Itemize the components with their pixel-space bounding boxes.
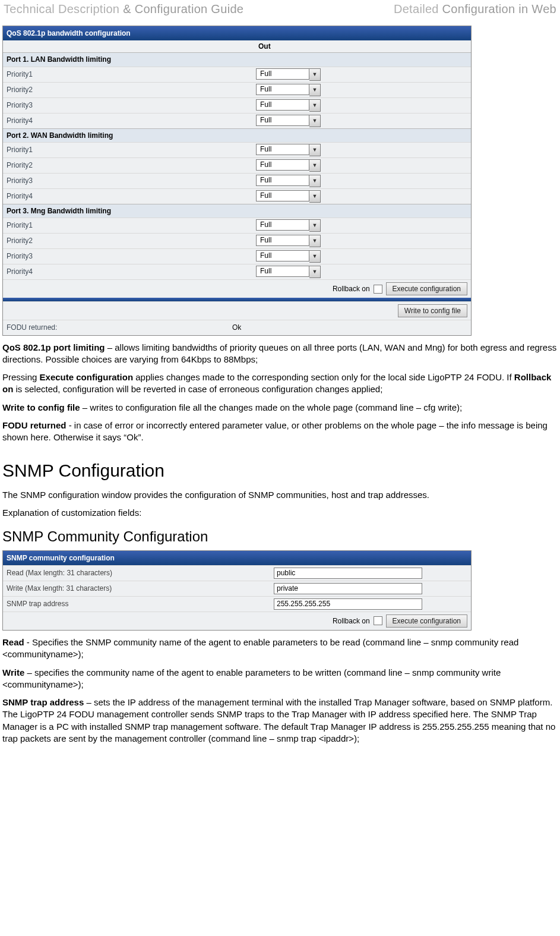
select-value: Full <box>256 175 309 186</box>
header-right-b: Configuration in Web <box>442 2 556 15</box>
port3-priority1-label: Priority1 <box>7 220 256 230</box>
select-value: Full <box>256 99 309 111</box>
chevron-down-icon[interactable]: ▼ <box>309 235 321 247</box>
snmp-community-table: SNMP community configuration Read (Max l… <box>2 550 472 631</box>
execute-config-button[interactable]: Execute configuration <box>386 614 467 628</box>
snmp-write-input[interactable] <box>274 583 422 594</box>
select-value: Full <box>256 190 309 201</box>
select-value: Full <box>256 250 309 261</box>
port3-header: Port 3. Mng Bandwidth limiting <box>3 204 471 218</box>
rollback-label: Rollback on <box>333 284 370 294</box>
chevron-down-icon[interactable]: ▼ <box>309 99 321 112</box>
port1-priority4-select[interactable]: Full▼ <box>256 115 321 127</box>
port2-header: Port 2. WAN Bandwidth limiting <box>3 128 471 142</box>
rollback-checkbox[interactable] <box>374 285 382 294</box>
chevron-down-icon[interactable]: ▼ <box>309 144 321 156</box>
port3-priority3-label: Priority3 <box>7 251 256 261</box>
snmp-config-heading: SNMP Configuration <box>2 459 558 483</box>
select-value: Full <box>256 144 309 155</box>
snmp-write-label: Write (Max length: 31 characters) <box>7 584 274 593</box>
port2-priority3-select[interactable]: Full▼ <box>256 175 321 187</box>
para-qos-limiting: QoS 802.1p port limiting – allows limiti… <box>2 342 558 366</box>
port3-priority4-label: Priority4 <box>7 267 256 276</box>
select-value: Full <box>256 115 309 126</box>
select-value: Full <box>256 84 309 95</box>
rollback-label: Rollback on <box>333 616 370 626</box>
bold: SNMP trap address <box>2 697 84 707</box>
chevron-down-icon[interactable]: ▼ <box>309 219 321 232</box>
port3-priority4-select[interactable]: Full▼ <box>256 266 321 278</box>
qos-actions: Rollback on Execute configuration <box>3 279 471 298</box>
port2-priority2-select[interactable]: Full▼ <box>256 159 321 172</box>
select-value: Full <box>256 219 309 231</box>
select-value: Full <box>256 68 309 80</box>
chevron-down-icon[interactable]: ▼ <box>309 175 321 187</box>
port2-priority2-label: Priority2 <box>7 160 256 170</box>
bold: Read <box>2 637 24 647</box>
port1-priority3-label: Priority3 <box>7 100 256 110</box>
bold: QoS 802.1p port limiting <box>2 342 105 352</box>
chevron-down-icon[interactable]: ▼ <box>309 190 321 203</box>
chevron-down-icon[interactable]: ▼ <box>309 266 321 278</box>
page-header: Technical Description & Configuration Gu… <box>2 0 558 26</box>
bold: FODU returned <box>2 420 67 430</box>
chevron-down-icon[interactable]: ▼ <box>309 68 321 81</box>
out-row: Out <box>3 40 471 52</box>
para-execute: Pressing Execute configuration applies c… <box>2 371 558 396</box>
port2-priority3-label: Priority3 <box>7 176 256 185</box>
snmp-read-input[interactable] <box>274 568 422 579</box>
qos-title: QoS 802.1p bandwidth configuration <box>3 26 471 40</box>
text: - in case of error or incorrectly entere… <box>2 420 548 442</box>
text: - Specifies the SNMP community name of t… <box>2 637 518 659</box>
fodu-label: FODU returned: <box>7 323 232 332</box>
port1-header: Port 1. LAN Bandwidth limiting <box>3 52 471 66</box>
chevron-down-icon[interactable]: ▼ <box>309 159 321 172</box>
select-value: Full <box>256 159 309 171</box>
port1-priority2-label: Priority2 <box>7 85 256 94</box>
out-label: Out <box>256 42 467 51</box>
bold: Write <box>2 667 24 677</box>
snmp-trap-input[interactable] <box>274 598 422 610</box>
port3-priority2-select[interactable]: Full▼ <box>256 235 321 247</box>
qos-write-actions: Write to config file <box>3 301 471 320</box>
port2-priority4-label: Priority4 <box>7 191 256 201</box>
chevron-down-icon[interactable]: ▼ <box>309 250 321 263</box>
select-value: Full <box>256 266 309 277</box>
para-write2: Write – specifies the community name of … <box>2 667 558 691</box>
snmp-read-label: Read (Max length: 31 characters) <box>7 568 274 578</box>
header-right-a: Detailed <box>394 2 442 15</box>
port1-priority3-select[interactable]: Full▼ <box>256 99 321 112</box>
port2-priority1-label: Priority1 <box>7 145 256 155</box>
select-value: Full <box>256 235 309 246</box>
header-left-a: Technical Description <box>4 2 119 15</box>
bold: Write to config file <box>2 402 80 412</box>
fodu-value: Ok <box>232 323 241 332</box>
chevron-down-icon[interactable]: ▼ <box>309 84 321 96</box>
text: – writes to configuration file all the c… <box>80 402 463 412</box>
port3-priority3-select[interactable]: Full▼ <box>256 250 321 263</box>
text: Pressing <box>2 372 40 382</box>
para-trap: SNMP trap address – sets the IP address … <box>2 697 558 745</box>
chevron-down-icon[interactable]: ▼ <box>309 115 321 127</box>
qos-config-table: QoS 802.1p bandwidth configuration Out P… <box>2 26 472 336</box>
port2-priority4-select[interactable]: Full▼ <box>256 190 321 203</box>
text: – sets the IP address of the management … <box>2 697 555 743</box>
port2-priority1-select[interactable]: Full▼ <box>256 144 321 156</box>
port3-priority2-label: Priority2 <box>7 236 256 245</box>
snmp-community-heading: SNMP Community Configuration <box>2 527 558 546</box>
snmp-intro: The SNMP configuration window provides t… <box>2 489 558 501</box>
snmp-trap-label: SNMP trap address <box>7 599 274 609</box>
execute-config-button[interactable]: Execute configuration <box>386 282 467 295</box>
port1-priority2-select[interactable]: Full▼ <box>256 84 321 96</box>
port1-priority1-select[interactable]: Full▼ <box>256 68 321 81</box>
text: is selected, configuration will be rever… <box>13 384 382 394</box>
rollback-checkbox[interactable] <box>374 616 382 625</box>
write-to-config-button[interactable]: Write to config file <box>398 304 467 317</box>
fodu-status-row: FODU returned: Ok <box>3 320 471 335</box>
port1-priority4-label: Priority4 <box>7 116 256 125</box>
snmp-title: SNMP community configuration <box>3 551 471 565</box>
port3-priority1-select[interactable]: Full▼ <box>256 219 321 232</box>
para-fodu: FODU returned - in case of error or inco… <box>2 420 558 444</box>
port1-priority1-label: Priority1 <box>7 70 256 79</box>
text: – specifies the community name of the ag… <box>2 667 501 689</box>
